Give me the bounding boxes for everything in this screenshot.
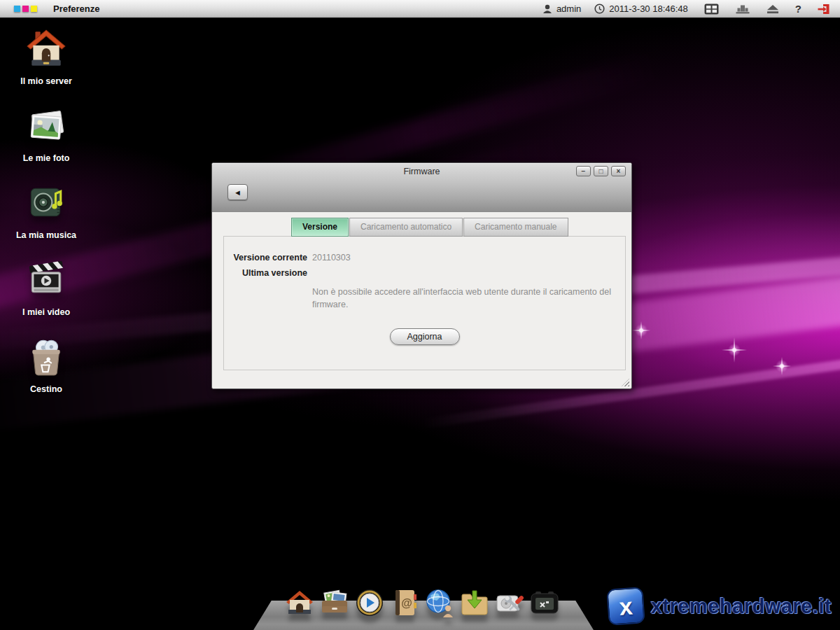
desktop-icon-list: Il mio server Le mie foto xyxy=(7,28,85,413)
user-icon xyxy=(542,4,552,14)
firmware-note: Non è possibile accedere all'interfaccia… xyxy=(312,286,624,311)
desktop-icon-my-photos[interactable]: Le mie foto xyxy=(7,105,85,182)
dock-disk-utility-icon[interactable] xyxy=(494,587,525,618)
tab-caricamento-manuale[interactable]: Caricamento manuale xyxy=(463,218,568,237)
menu-preferences[interactable]: Preferenze xyxy=(53,4,99,14)
dock-toolbox-icon[interactable] xyxy=(529,587,560,618)
window-title: Firmware xyxy=(212,167,631,176)
dock-icon-list: @ xyxy=(284,587,560,618)
svg-text:@: @ xyxy=(401,597,412,609)
firmware-window: Firmware − □ × ◄ Versione Caricamento au… xyxy=(211,162,632,389)
resize-grip-icon[interactable] xyxy=(622,379,629,386)
window-titlebar[interactable]: Firmware − □ × ◄ xyxy=(212,163,631,212)
close-button[interactable]: × xyxy=(611,166,626,176)
desktop-icon-label: Cestino xyxy=(30,384,62,394)
tab-bar: Versione Caricamento automatico Caricame… xyxy=(291,218,569,237)
field-latest-version: Ultima versione xyxy=(224,267,625,279)
maximize-button[interactable]: □ xyxy=(594,166,608,176)
minimize-button[interactable]: − xyxy=(576,166,591,176)
desktop-icon-label: Le mie foto xyxy=(23,153,70,163)
tab-versione[interactable]: Versione xyxy=(291,218,349,237)
dock-media-player-icon[interactable] xyxy=(354,587,385,618)
field-label: Ultima versione xyxy=(224,267,307,279)
desktop: Preferenze admin 2011-3-30 18:46:48 ? xyxy=(0,0,840,630)
help-icon[interactable]: ? xyxy=(795,3,802,15)
music-icon xyxy=(26,182,66,223)
sparkle xyxy=(722,337,747,363)
window-controls: − □ × xyxy=(576,166,626,176)
trash-icon xyxy=(26,336,66,377)
field-value: 20110303 xyxy=(312,251,351,264)
dock-home-icon[interactable] xyxy=(284,587,315,618)
field-label: Versione corrente xyxy=(224,251,307,264)
sparkle xyxy=(773,357,791,375)
back-button[interactable]: ◄ xyxy=(227,184,248,200)
datetime-label: 2011-3-30 18:46:48 xyxy=(609,4,688,14)
desktop-icon-my-videos[interactable]: I miei video xyxy=(7,259,85,336)
window-grid-icon[interactable] xyxy=(704,4,719,15)
videos-icon xyxy=(26,259,66,300)
username-label[interactable]: admin xyxy=(556,4,581,14)
tab-caricamento-automatico[interactable]: Caricamento automatico xyxy=(349,218,463,237)
desktop-icon-my-music[interactable]: La mia musica xyxy=(7,182,85,259)
photos-icon xyxy=(26,105,66,146)
update-button[interactable]: Aggiorna xyxy=(390,328,460,345)
logout-icon[interactable] xyxy=(818,4,830,15)
dock-download-folder-icon[interactable] xyxy=(459,587,490,618)
podium-icon[interactable] xyxy=(735,4,750,14)
menubar: Preferenze admin 2011-3-30 18:46:48 ? xyxy=(0,0,840,18)
dock-web-browser-icon[interactable] xyxy=(424,587,455,618)
desktop-icon-my-server[interactable]: Il mio server xyxy=(7,28,85,105)
desktop-icon-trash[interactable]: Cestino xyxy=(7,336,85,413)
desktop-icon-label: La mia musica xyxy=(16,230,76,240)
brand-logo-icon xyxy=(14,6,37,12)
field-current-version: Versione corrente 20110303 xyxy=(224,251,625,264)
dock-photo-box-icon[interactable] xyxy=(319,587,350,618)
home-icon xyxy=(26,28,66,69)
eject-icon[interactable] xyxy=(766,4,779,14)
dock-address-book-icon[interactable]: @ xyxy=(389,587,420,618)
dock: @ xyxy=(0,567,840,630)
desktop-icon-label: I miei video xyxy=(22,307,70,317)
desktop-icon-label: Il mio server xyxy=(20,76,72,86)
clock-icon xyxy=(594,4,605,14)
version-panel: Versione corrente 20110303 Ultima versio… xyxy=(223,236,626,370)
window-content: Versione Caricamento automatico Caricame… xyxy=(212,212,631,388)
sparkle xyxy=(632,321,650,340)
menubar-right: admin 2011-3-30 18:46:48 ? xyxy=(542,3,830,15)
